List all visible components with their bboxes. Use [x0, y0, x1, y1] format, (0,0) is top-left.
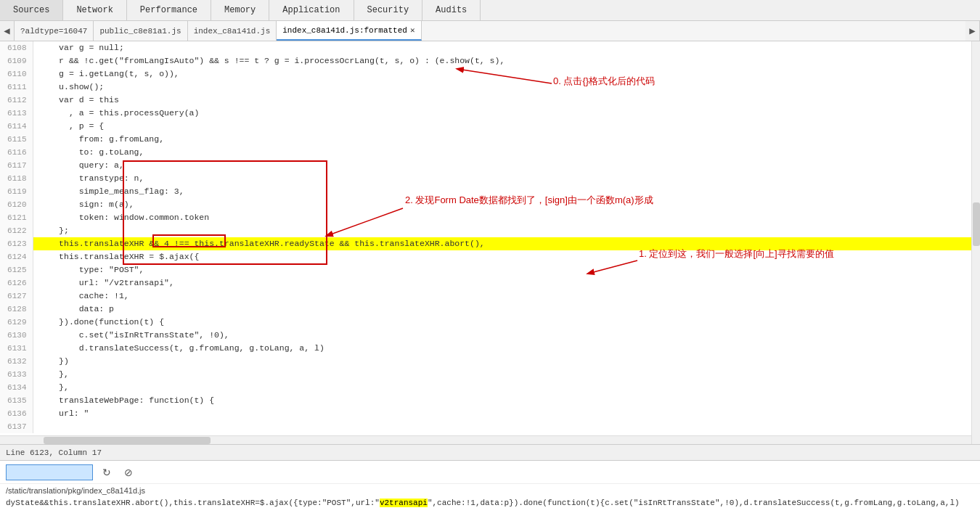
line-number: 6128: [0, 303, 33, 316]
vertical-scrollbar[interactable]: [971, 41, 980, 444]
nav-tab-memory[interactable]: Memory: [211, 0, 269, 20]
hscroll-thumb[interactable]: [44, 437, 211, 444]
line-code[interactable]: c.set("isInRtTransState", !0),: [33, 329, 971, 342]
horizontal-scrollbar[interactable]: [0, 435, 971, 444]
line-number: 6116: [0, 146, 33, 159]
line-code[interactable]: r && !c.get("fromLangIsAuto") && s !== t…: [33, 54, 971, 67]
console-highlight: v2transapi: [380, 499, 428, 507]
line-code[interactable]: [33, 420, 971, 433]
nav-tab-performance[interactable]: Performance: [127, 0, 211, 20]
line-code[interactable]: }).done(function(t) {: [33, 316, 971, 329]
line-number: 6109: [0, 54, 33, 67]
code-line-6122: 6122 };: [0, 224, 971, 237]
file-tab-label: index_c8a141d.js:formatted: [282, 26, 407, 35]
code-line-6115: 6115 from: g.fromLang,: [0, 133, 971, 146]
annotation-2: 2. 发现Form Date数据都找到了，[sign]由一个函数m(a)形成: [405, 194, 653, 207]
line-code[interactable]: token: window.common.token: [33, 211, 971, 224]
code-line-6116: 6116 to: g.toLang,: [0, 146, 971, 159]
line-code[interactable]: from: g.fromLang,: [33, 133, 971, 146]
code-line-6134: 6134 },: [0, 381, 971, 394]
line-code[interactable]: url: ": [33, 407, 971, 420]
line-code[interactable]: }): [33, 355, 971, 368]
line-code[interactable]: cache: !1,: [33, 290, 971, 303]
line-code[interactable]: url: "/v2transapi",: [33, 276, 971, 290]
file-tab-3[interactable]: index_c8a141d.js:formatted ✕: [277, 21, 421, 41]
code-line-6131: 6131 d.translateSuccess(t, g.fromLang, g…: [0, 342, 971, 355]
file-tabs: ◀ ?aldtype=16047 public_c8e81a1.js index…: [0, 21, 980, 41]
line-code[interactable]: type: "POST",: [33, 263, 971, 276]
file-tab-2[interactable]: index_c8a141d.js: [188, 21, 277, 41]
code-line-6126: 6126 url: "/v2transapi",: [0, 276, 971, 290]
code-line-6113: 6113 , a = this.processQuery(a): [0, 107, 971, 120]
line-code[interactable]: u.show();: [33, 81, 971, 94]
code-line-6129: 6129 }).done(function(t) {: [0, 316, 971, 329]
line-code[interactable]: translateWebPage: function(t) {: [33, 394, 971, 407]
code-line-6137: 6137: [0, 420, 971, 433]
code-line-6128: 6128 data: p: [0, 303, 971, 316]
tab-prev-button[interactable]: ◀: [0, 21, 15, 41]
line-code[interactable]: };: [33, 224, 971, 237]
line-number: 6133: [0, 368, 33, 381]
code-line-6125: 6125 type: "POST",: [0, 263, 971, 276]
code-line-6118: 6118 transtype: n,: [0, 172, 971, 185]
line-number: 6111: [0, 81, 33, 94]
line-code[interactable]: , a = this.processQuery(a): [33, 107, 971, 120]
line-code[interactable]: var d = this: [33, 94, 971, 107]
line-number: 6131: [0, 342, 33, 355]
file-tab-close[interactable]: ✕: [410, 25, 415, 35]
line-code[interactable]: var g = null;: [33, 41, 971, 54]
code-line-6135: 6135 translateWebPage: function(t) {: [0, 394, 971, 407]
console-post-highlight: ",cache:!1,data:p}).done(function(t){c.s…: [428, 499, 960, 507]
refresh-button[interactable]: ↻: [99, 464, 115, 480]
line-number: 6119: [0, 185, 33, 198]
url-text: /static/translation/pkg/index_c8a141d.js: [6, 486, 145, 495]
bottom-panel: ↻ ⊘ /static/translation/pkg/index_c8a141…: [0, 460, 980, 529]
line-number: 6121: [0, 211, 33, 224]
line-code[interactable]: d.translateSuccess(t, g.fromLang, g.toLa…: [33, 342, 971, 355]
bottom-console: dyState&&this.translateXHR.abort(),this.…: [0, 497, 980, 509]
console-pre-highlight: dyState&&this.translateXHR.abort(),this.…: [6, 499, 380, 507]
bottom-search-input[interactable]: [6, 464, 93, 480]
file-tab-1[interactable]: public_c8e81a1.js: [94, 21, 187, 41]
tab-next-button[interactable]: ▶: [965, 21, 980, 41]
file-tab-0[interactable]: ?aldtype=16047: [15, 21, 94, 41]
line-number: 6118: [0, 172, 33, 185]
line-number: 6127: [0, 290, 33, 303]
nav-tab-application[interactable]: Application: [269, 0, 354, 20]
line-code[interactable]: g = i.getLang(t, s, o)),: [33, 67, 971, 81]
code-line-6133: 6133 },: [0, 368, 971, 381]
nav-tab-sources[interactable]: Sources: [0, 0, 63, 20]
line-code[interactable]: to: g.toLang,: [33, 146, 971, 159]
line-code[interactable]: , p = {: [33, 120, 971, 133]
code-line-6112: 6112 var d = this: [0, 94, 971, 107]
line-code[interactable]: },: [33, 368, 971, 381]
line-number: 6112: [0, 94, 33, 107]
annotation-0: 0. 点击{}格式化后的代码: [553, 75, 655, 88]
line-number: 6108: [0, 41, 33, 54]
code-line-6117: 6117 query: a,: [0, 159, 971, 172]
code-scroll[interactable]: 6108 var g = null;6109 r && !c.get("from…: [0, 41, 971, 435]
code-area: 6108 var g = null;6109 r && !c.get("from…: [0, 41, 980, 444]
line-number: 6137: [0, 420, 33, 433]
file-tab-label: public_c8e81a1.js: [99, 27, 181, 36]
line-code[interactable]: query: a,: [33, 159, 971, 172]
code-line-6110: 6110 g = i.getLang(t, s, o)),: [0, 67, 971, 81]
nav-tab-network[interactable]: Network: [63, 0, 126, 20]
line-number: 6120: [0, 198, 33, 211]
line-number: 6123: [0, 237, 33, 250]
status-bar: Line 6123, Column 17: [0, 444, 980, 460]
line-code[interactable]: transtype: n,: [33, 172, 971, 185]
nav-tab-security[interactable]: Security: [354, 0, 423, 20]
annotation-1: 1. 定位到这，我们一般选择[向上]寻找需要的值: [639, 247, 834, 261]
clear-button[interactable]: ⊘: [121, 464, 136, 480]
line-number: 6135: [0, 394, 33, 407]
line-number: 6126: [0, 276, 33, 290]
line-code[interactable]: },: [33, 381, 971, 394]
line-code[interactable]: data: p: [33, 303, 971, 316]
code-line-6109: 6109 r && !c.get("fromLangIsAuto") && s …: [0, 54, 971, 67]
file-tab-label: index_c8a141d.js: [194, 27, 271, 36]
code-line-6114: 6114 , p = {: [0, 120, 971, 133]
nav-tab-audits[interactable]: Audits: [422, 0, 481, 20]
vscroll-thumb[interactable]: [973, 202, 980, 246]
file-tab-label: ?aldtype=16047: [20, 27, 87, 36]
